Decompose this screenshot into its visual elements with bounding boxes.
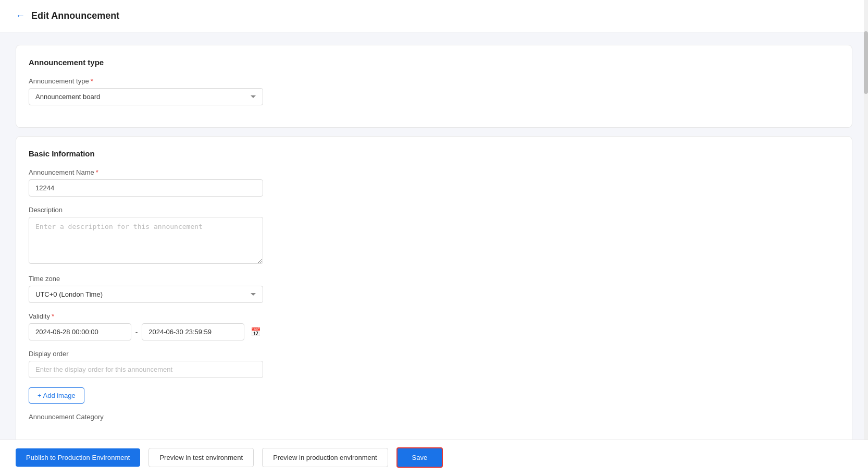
basic-info-section-title: Basic Information <box>29 149 839 158</box>
page-header: ← Edit Announcement <box>0 0 868 32</box>
publish-button[interactable]: Publish to Production Environment <box>16 448 140 467</box>
preview-prod-button[interactable]: Preview in production environment <box>262 448 388 467</box>
page-title: Edit Announcement <box>31 10 119 21</box>
validity-row: - 📅 <box>29 323 263 340</box>
footer-bar: Publish to Production Environment Previe… <box>0 440 868 475</box>
announcement-type-section: Announcement type Announcement type * An… <box>16 45 852 128</box>
display-order-input[interactable] <box>29 361 263 378</box>
announcement-name-label: Announcement Name * <box>29 168 839 176</box>
page-container: ← Edit Announcement Announcement type An… <box>0 0 868 475</box>
basic-info-section: Basic Information Announcement Name * De… <box>16 136 852 443</box>
validity-start-input[interactable] <box>29 323 131 340</box>
announcement-type-group: Announcement type * Announcement board B… <box>29 77 839 105</box>
validity-separator: - <box>135 328 138 336</box>
back-button[interactable]: ← <box>16 10 25 21</box>
description-label: Description <box>29 206 839 214</box>
announcement-name-input[interactable] <box>29 179 263 197</box>
announcement-name-group: Announcement Name * <box>29 168 839 197</box>
validity-end-input[interactable] <box>142 323 244 340</box>
validity-label: Validity * <box>29 312 839 320</box>
timezone-group: Time zone UTC+0 (London Time) UTC+1 UTC+… <box>29 275 839 303</box>
main-content: Announcement type Announcement type * An… <box>0 32 868 475</box>
timezone-label: Time zone <box>29 275 839 283</box>
add-image-group: + Add image <box>29 387 839 404</box>
calendar-icon: 📅 <box>251 327 261 336</box>
announcement-type-label: Announcement type * <box>29 77 839 85</box>
save-button[interactable]: Save <box>396 447 443 468</box>
scrollbar-track <box>864 0 868 475</box>
validity-group: Validity * - 📅 <box>29 312 839 340</box>
add-image-label: + Add image <box>38 392 76 399</box>
validity-required-star: * <box>52 312 54 320</box>
description-group: Description <box>29 206 839 265</box>
announcement-category-label: Announcement Category <box>29 413 839 421</box>
calendar-icon-button[interactable]: 📅 <box>249 325 263 339</box>
announcement-type-select[interactable]: Announcement board Banner Popup <box>29 88 263 105</box>
display-order-group: Display order <box>29 350 839 378</box>
scrollbar-thumb[interactable] <box>864 31 868 94</box>
announcement-type-section-title: Announcement type <box>29 58 839 67</box>
display-order-label: Display order <box>29 350 839 358</box>
preview-test-button[interactable]: Preview in test environment <box>148 448 254 467</box>
description-textarea[interactable] <box>29 217 263 264</box>
announcement-category-group: Announcement Category <box>29 413 839 421</box>
timezone-select[interactable]: UTC+0 (London Time) UTC+1 UTC+8 (China S… <box>29 286 263 303</box>
name-required-star: * <box>96 168 98 176</box>
required-star: * <box>91 77 93 85</box>
add-image-button[interactable]: + Add image <box>29 387 84 404</box>
